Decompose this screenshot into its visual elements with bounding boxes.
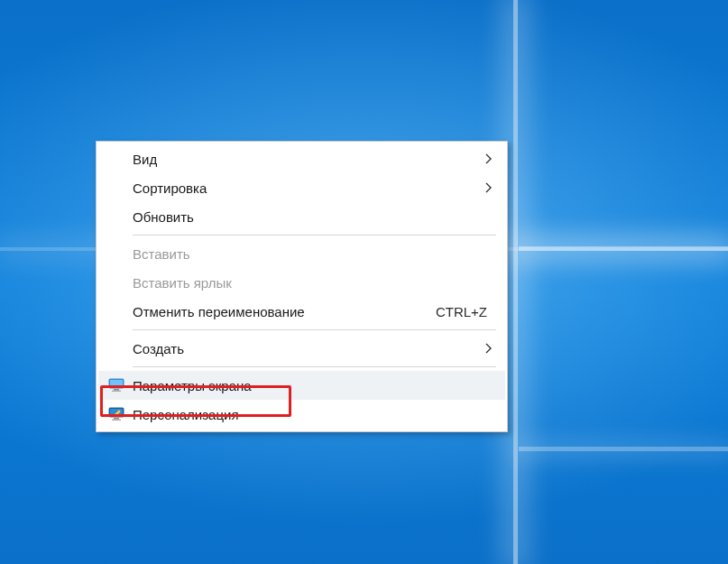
menu-separator bbox=[133, 235, 496, 236]
blank-icon bbox=[106, 243, 127, 264]
blank-icon bbox=[106, 272, 127, 293]
svg-rect-3 bbox=[112, 391, 121, 392]
svg-rect-7 bbox=[112, 420, 121, 421]
blank-icon bbox=[106, 337, 127, 359]
menu-item-label: Персонализация bbox=[127, 407, 496, 422]
menu-item-label: Параметры экрана bbox=[127, 378, 496, 393]
blank-icon bbox=[106, 206, 127, 227]
menu-item-new[interactable]: Создать bbox=[98, 334, 505, 363]
svg-rect-2 bbox=[114, 389, 119, 391]
menu-item-refresh[interactable]: Обновить bbox=[98, 202, 505, 231]
menu-item-label: Создать bbox=[127, 341, 482, 356]
menu-item-display-settings[interactable]: Параметры экрана bbox=[98, 371, 505, 400]
menu-item-label: Сортировка bbox=[127, 180, 482, 196]
menu-item-shortcut: CTRL+Z bbox=[436, 304, 496, 319]
monitor-icon bbox=[106, 374, 127, 396]
menu-item-label: Вставить ярлык bbox=[127, 275, 496, 291]
menu-separator bbox=[133, 329, 496, 330]
wallpaper-beam bbox=[519, 246, 728, 251]
menu-item-view[interactable]: Вид bbox=[98, 144, 505, 173]
blank-icon bbox=[106, 300, 127, 322]
menu-item-label: Отменить переименование bbox=[127, 304, 436, 319]
wallpaper-beam bbox=[513, 0, 518, 564]
svg-rect-6 bbox=[114, 418, 119, 420]
menu-item-label: Обновить bbox=[127, 209, 496, 225]
chevron-right-icon bbox=[482, 343, 496, 354]
menu-item-personalize[interactable]: Персонализация bbox=[98, 400, 505, 429]
blank-icon bbox=[106, 148, 127, 170]
menu-item-label: Вставить bbox=[127, 246, 496, 262]
chevron-right-icon bbox=[482, 182, 496, 193]
blank-icon bbox=[106, 177, 127, 199]
menu-item-paste-shortcut: Вставить ярлык bbox=[98, 268, 505, 297]
personalize-icon bbox=[106, 403, 127, 425]
menu-item-undo-rename[interactable]: Отменить переименование CTRL+Z bbox=[98, 297, 505, 326]
menu-item-sort[interactable]: Сортировка bbox=[98, 173, 505, 202]
menu-item-label: Вид bbox=[127, 152, 482, 167]
menu-item-paste: Вставить bbox=[98, 239, 505, 268]
chevron-right-icon bbox=[482, 153, 496, 164]
desktop-context-menu: Вид Сортировка Обновить Вставить Вставит… bbox=[96, 141, 508, 432]
svg-rect-1 bbox=[110, 380, 123, 387]
wallpaper-beam bbox=[519, 447, 728, 451]
menu-separator bbox=[133, 366, 496, 367]
